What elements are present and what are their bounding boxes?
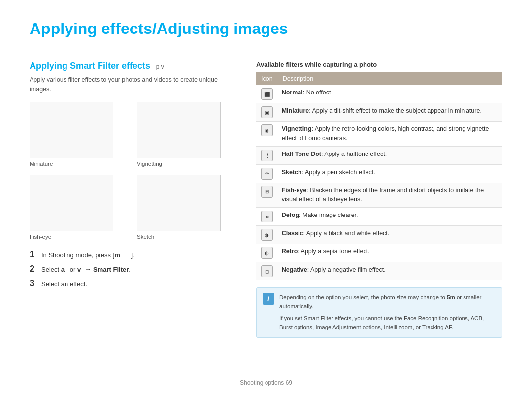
image-grid: Miniature Vignetting Fish-eye Sketch <box>30 102 236 240</box>
icon-fisheye: ⊞ <box>256 183 278 208</box>
filter-row-normal: ⬛ Normal: No effect <box>256 85 502 103</box>
image-cell-fisheye: Fish-eye <box>30 175 129 240</box>
step-2-text: Select a or v → Smart Filter. <box>41 264 131 275</box>
image-box-vignetting <box>137 102 221 158</box>
image-box-fisheye <box>30 175 113 231</box>
step-3-text: Select an effect. <box>41 279 87 289</box>
desc-defog: Defog: Make image clearer. <box>278 208 502 226</box>
col-desc: Description <box>278 72 502 85</box>
desc-classic: Classic: Apply a black and white effect. <box>278 226 502 244</box>
section-title: Applying Smart Filter effects <box>30 61 150 71</box>
step-3-num: 3 <box>30 278 37 289</box>
step-2-num: 2 <box>30 264 37 274</box>
step-3: 3 Select an effect. <box>30 278 236 289</box>
desc-sketch: Sketch: Apply a pen sketch effect. <box>278 164 502 183</box>
desc-normal: Normal: No effect <box>278 85 502 103</box>
desc-negative: Negative: Apply a negative film effect. <box>278 262 502 280</box>
filter-row-defog: ≋ Defog: Make image clearer. <box>256 208 502 226</box>
icon-negative: ◻ <box>256 262 278 280</box>
filter-table: Icon Description ⬛ Normal: No effect ▣ M… <box>256 72 502 280</box>
section-badges: p v <box>156 63 164 70</box>
note-line-1: Depending on the option you select, the … <box>279 293 496 311</box>
image-cell-miniature: Miniature <box>30 102 129 167</box>
icon-halftone: ⣿ <box>256 146 278 164</box>
page-container: Applying effects/Adjusting images Applyi… <box>0 0 532 401</box>
filter-row-fisheye: ⊞ Fish-eye: Blacken the edges of the fra… <box>256 183 502 208</box>
filter-row-negative: ◻ Negative: Apply a negative film effect… <box>256 262 502 280</box>
filter-row-sketch: ✏ Sketch: Apply a pen sketch effect. <box>256 164 502 183</box>
image-label-sketch: Sketch <box>137 234 236 240</box>
icon-defog: ≋ <box>256 208 278 226</box>
note-text: Depending on the option you select, the … <box>279 293 496 332</box>
step-1-text: In Shooting mode, press [m ]. <box>41 250 134 260</box>
page-title: Applying effects/Adjusting images <box>30 20 502 44</box>
icon-sketch: ✏ <box>256 164 278 183</box>
filter-row-halftone: ⣿ Half Tone Dot: Apply a halftone effect… <box>256 146 502 164</box>
icon-retro: ◐ <box>256 244 278 262</box>
image-cell-vignetting: Vignetting <box>137 102 236 167</box>
image-label-fisheye: Fish-eye <box>30 234 129 240</box>
desc-halftone: Half Tone Dot: Apply a halftone effect. <box>278 146 502 164</box>
step-1-num: 1 <box>30 249 37 260</box>
col-icon: Icon <box>256 72 278 85</box>
filter-row-miniature: ▣ Miniature: Apply a tilt-shift effect t… <box>256 103 502 122</box>
table-header-row: Icon Description <box>256 72 502 85</box>
footer: Shooting options 69 <box>30 379 502 386</box>
icon-normal: ⬛ <box>256 85 278 103</box>
image-label-miniature: Miniature <box>30 161 129 167</box>
step-1: 1 In Shooting mode, press [m ]. <box>30 249 236 260</box>
desc-retro: Retro: Apply a sepia tone effect. <box>278 244 502 262</box>
content-area: Applying Smart Filter effects p v Apply … <box>30 61 502 370</box>
footer-text: Shooting options 69 <box>240 379 292 386</box>
steps-section: 1 In Shooting mode, press [m ]. 2 Select… <box>30 249 236 289</box>
image-box-sketch <box>137 175 221 231</box>
icon-vignetting: ◉ <box>256 122 278 147</box>
left-column: Applying Smart Filter effects p v Apply … <box>30 61 236 370</box>
filter-row-vignetting: ◉ Vignetting: Apply the retro-looking co… <box>256 122 502 147</box>
desc-vignetting: Vignetting: Apply the retro-looking colo… <box>278 122 502 147</box>
table-title: Available filters while capturing a phot… <box>256 61 502 68</box>
section-header: Applying Smart Filter effects p v <box>30 61 236 71</box>
desc-fisheye: Fish-eye: Blacken the edges of the frame… <box>278 183 502 208</box>
filter-row-retro: ◐ Retro: Apply a sepia tone effect. <box>256 244 502 262</box>
filter-row-classic: ◑ Classic: Apply a black and white effec… <box>256 226 502 244</box>
icon-classic: ◑ <box>256 226 278 244</box>
section-subtitle: Apply various filter effects to your pho… <box>30 75 236 94</box>
note-line-2: If you set Smart Filter effects, you can… <box>279 314 496 332</box>
icon-miniature: ▣ <box>256 103 278 122</box>
step-2: 2 Select a or v → Smart Filter. <box>30 264 236 275</box>
image-box-miniature <box>30 102 113 158</box>
image-cell-sketch: Sketch <box>137 175 236 240</box>
note-box: i Depending on the option you select, th… <box>256 287 502 338</box>
desc-miniature: Miniature: Apply a tilt-shift effect to … <box>278 103 502 122</box>
note-icon: i <box>263 293 274 305</box>
right-column: Available filters while capturing a phot… <box>256 61 502 370</box>
image-label-vignetting: Vignetting <box>137 161 236 167</box>
